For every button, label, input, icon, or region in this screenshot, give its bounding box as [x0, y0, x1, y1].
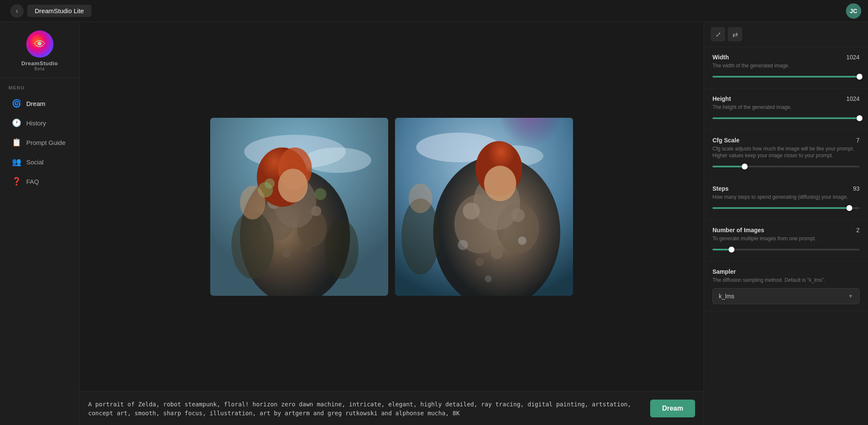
- steps-slider-handle[interactable]: [846, 205, 852, 211]
- cfg-slider[interactable]: [712, 164, 860, 169]
- collapse-sidebar-button[interactable]: ‹: [10, 4, 24, 18]
- logo-eye-icon: 👁: [34, 37, 46, 51]
- sidebar: 👁 DreamStudio Beta MENU 🌀 Dream 🕐 Histor…: [0, 22, 80, 425]
- prompt-bar: Dream: [80, 391, 704, 425]
- steps-slider[interactable]: [712, 205, 860, 211]
- cfg-row: Cfg Scale 7: [712, 137, 860, 144]
- svg-point-31: [476, 258, 484, 266]
- num-images-row: Number of Images 2: [712, 227, 860, 233]
- sidebar-item-dream-label: Dream: [26, 100, 45, 107]
- sidebar-item-faq[interactable]: ❓ FAQ: [3, 172, 76, 191]
- swap-icon-btn[interactable]: ⇄: [728, 27, 742, 42]
- num-images-label: Number of Images: [712, 227, 764, 233]
- cfg-desc: Cfg scale adjusts how much the image wil…: [712, 145, 860, 160]
- width-slider[interactable]: [712, 74, 860, 80]
- height-desc: The height of the generated image.: [712, 104, 860, 111]
- num-images-value: 2: [856, 227, 860, 233]
- steps-slider-fill: [712, 207, 849, 209]
- top-bar: ‹ DreamStudio Lite JC: [0, 0, 868, 22]
- width-desc: The width of the generated image.: [712, 62, 860, 69]
- cfg-label: Cfg Scale: [712, 137, 740, 144]
- right-panel: ⤢ ⇄ Width 1024 The width of the generate…: [704, 22, 868, 425]
- width-label: Width: [712, 54, 729, 61]
- cfg-slider-handle[interactable]: [742, 164, 748, 169]
- height-slider[interactable]: [712, 115, 860, 121]
- content-area: Dream: [80, 22, 704, 425]
- svg-point-36: [485, 275, 492, 282]
- image-grid: [80, 22, 704, 391]
- height-slider-handle[interactable]: [857, 115, 862, 121]
- width-slider-fill: [712, 76, 860, 78]
- svg-point-15: [264, 178, 275, 189]
- sampler-section: Sampler The diffusion sampling method. D…: [704, 261, 868, 311]
- svg-point-2: [303, 147, 371, 173]
- brand-name: DreamStudio: [21, 60, 58, 67]
- svg-point-30: [491, 247, 503, 259]
- sidebar-item-dream[interactable]: 🌀 Dream: [3, 94, 76, 113]
- svg-point-8: [311, 206, 321, 216]
- steps-row: Steps 93: [712, 185, 860, 192]
- num-images-desc: To generate multiple images from one pro…: [712, 235, 860, 242]
- sidebar-item-social[interactable]: 👥 Social: [3, 153, 76, 171]
- sampler-desc: The diffusion sampling method. Default i…: [712, 277, 860, 284]
- sampler-selected-value: k_lms: [719, 293, 734, 300]
- sidebar-logo: 👁 DreamStudio Beta: [0, 22, 79, 78]
- num-images-slider[interactable]: [712, 247, 860, 253]
- logo-circle: 👁: [26, 31, 53, 58]
- num-images-slider-handle[interactable]: [729, 247, 734, 253]
- right-panel-icons: ⤢ ⇄: [704, 22, 868, 47]
- history-icon: 🕐: [12, 118, 21, 128]
- sidebar-item-social-label: Social: [26, 158, 44, 166]
- sidebar-item-prompt-guide[interactable]: 📋 Prompt Guide: [3, 133, 76, 152]
- active-tab[interactable]: DreamStudio Lite: [27, 5, 92, 17]
- svg-point-16: [314, 188, 326, 200]
- prompt-guide-icon: 📋: [12, 138, 21, 147]
- cfg-value: 7: [856, 137, 860, 144]
- height-section: Height 1024 The height of the generated …: [704, 89, 868, 130]
- user-avatar[interactable]: JC: [846, 3, 861, 19]
- sampler-row: Sampler: [712, 268, 860, 275]
- sampler-dropdown-arrow: ▼: [848, 293, 853, 299]
- cfg-slider-fill: [712, 166, 745, 167]
- faq-icon: ❓: [12, 177, 21, 186]
- svg-point-13: [278, 169, 308, 203]
- height-value: 1024: [846, 95, 860, 102]
- dream-button[interactable]: Dream: [650, 400, 695, 417]
- dream-icon: 🌀: [12, 99, 21, 108]
- sidebar-item-promptguide-label: Prompt Guide: [26, 139, 66, 146]
- svg-point-38: [409, 183, 432, 213]
- generated-image-1[interactable]: [210, 118, 388, 296]
- steps-value: 93: [853, 185, 860, 192]
- brand-subtitle: Beta: [34, 67, 45, 71]
- svg-point-28: [463, 203, 480, 219]
- steps-label: Steps: [712, 185, 729, 192]
- main-layout: 👁 DreamStudio Beta MENU 🌀 Dream 🕐 Histor…: [0, 22, 868, 425]
- width-slider-handle[interactable]: [857, 74, 862, 80]
- social-icon: 👥: [12, 157, 21, 167]
- sampler-label: Sampler: [712, 268, 736, 275]
- width-section: Width 1024 The width of the generated im…: [704, 47, 868, 89]
- height-slider-fill: [712, 117, 860, 119]
- sidebar-item-history[interactable]: 🕐 History: [3, 114, 76, 132]
- menu-label: MENU: [0, 78, 79, 94]
- expand-icon-btn[interactable]: ⤢: [711, 27, 725, 42]
- steps-section: Steps 93 How many steps to spend generat…: [704, 178, 868, 220]
- num-images-section: Number of Images 2 To generate multiple …: [704, 220, 868, 261]
- sampler-dropdown[interactable]: k_lms ▼: [712, 288, 860, 304]
- svg-point-33: [484, 166, 516, 201]
- sidebar-item-faq-label: FAQ: [26, 178, 39, 185]
- width-row: Width 1024: [712, 54, 860, 61]
- height-label: Height: [712, 95, 731, 102]
- svg-point-10: [304, 246, 311, 253]
- svg-point-9: [282, 249, 291, 258]
- generated-image-2[interactable]: [395, 118, 573, 296]
- svg-point-18: [240, 186, 265, 219]
- cfg-scale-section: Cfg Scale 7 Cfg scale adjusts how much t…: [704, 130, 868, 179]
- prompt-input[interactable]: [88, 396, 643, 421]
- image-1-placeholder: [210, 118, 388, 296]
- svg-point-17: [231, 211, 274, 279]
- steps-desc: How many steps to spend generating (diff…: [712, 194, 860, 201]
- svg-point-34: [458, 240, 468, 250]
- sidebar-item-history-label: History: [26, 119, 46, 127]
- height-row: Height 1024: [712, 95, 860, 102]
